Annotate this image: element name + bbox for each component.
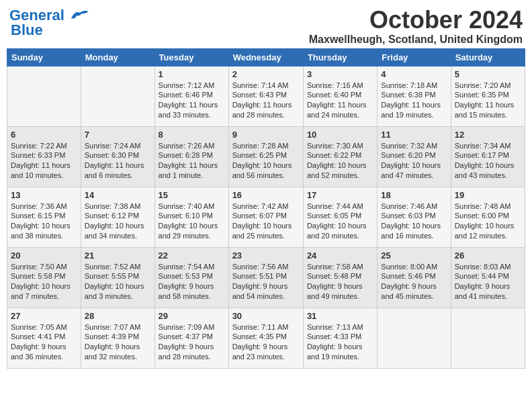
day-cell: 12Sunrise: 7:34 AM Sunset: 6:17 PM Dayli… bbox=[451, 126, 525, 187]
day-number: 17 bbox=[307, 190, 373, 200]
col-header-wednesday: Wednesday bbox=[228, 48, 303, 66]
day-number: 8 bbox=[159, 130, 225, 140]
day-number: 31 bbox=[307, 311, 373, 321]
day-info: Sunrise: 7:44 AM Sunset: 6:05 PM Dayligh… bbox=[307, 201, 373, 241]
day-info: Sunrise: 7:05 AM Sunset: 4:41 PM Dayligh… bbox=[11, 322, 77, 362]
day-info: Sunrise: 7:48 AM Sunset: 6:00 PM Dayligh… bbox=[455, 201, 521, 241]
day-cell: 18Sunrise: 7:46 AM Sunset: 6:03 PM Dayli… bbox=[378, 187, 451, 247]
day-cell: 31Sunrise: 7:13 AM Sunset: 4:33 PM Dayli… bbox=[303, 308, 377, 368]
day-info: Sunrise: 7:12 AM Sunset: 6:46 PM Dayligh… bbox=[159, 81, 225, 120]
day-info: Sunrise: 7:26 AM Sunset: 6:28 PM Dayligh… bbox=[159, 141, 225, 181]
week-row-1: 1Sunrise: 7:12 AM Sunset: 6:46 PM Daylig… bbox=[7, 66, 525, 126]
week-row-4: 20Sunrise: 7:50 AM Sunset: 5:58 PM Dayli… bbox=[7, 247, 525, 308]
day-cell: 21Sunrise: 7:52 AM Sunset: 5:55 PM Dayli… bbox=[81, 247, 154, 308]
col-header-thursday: Thursday bbox=[303, 48, 377, 66]
logo-bird-icon bbox=[70, 9, 90, 24]
day-number: 7 bbox=[85, 130, 151, 140]
page-header: General Blue October 2024 Maxwellheugh, … bbox=[7, 7, 525, 46]
location: Maxwellheugh, Scotland, United Kingdom bbox=[309, 34, 523, 46]
day-cell: 15Sunrise: 7:40 AM Sunset: 6:10 PM Dayli… bbox=[154, 187, 228, 247]
day-info: Sunrise: 7:13 AM Sunset: 4:33 PM Dayligh… bbox=[307, 322, 373, 362]
day-number: 27 bbox=[11, 311, 77, 321]
day-cell: 17Sunrise: 7:44 AM Sunset: 6:05 PM Dayli… bbox=[303, 187, 377, 247]
day-info: Sunrise: 7:07 AM Sunset: 4:39 PM Dayligh… bbox=[85, 322, 151, 362]
day-cell: 1Sunrise: 7:12 AM Sunset: 6:46 PM Daylig… bbox=[154, 66, 228, 126]
day-cell: 16Sunrise: 7:42 AM Sunset: 6:07 PM Dayli… bbox=[228, 187, 303, 247]
day-number: 29 bbox=[159, 311, 225, 321]
col-header-friday: Friday bbox=[378, 48, 451, 66]
week-row-2: 6Sunrise: 7:22 AM Sunset: 6:33 PM Daylig… bbox=[7, 126, 525, 187]
day-number: 13 bbox=[11, 190, 77, 200]
day-number: 5 bbox=[455, 69, 521, 79]
day-number: 9 bbox=[232, 130, 300, 140]
day-info: Sunrise: 7:34 AM Sunset: 6:17 PM Dayligh… bbox=[455, 141, 521, 181]
day-cell: 23Sunrise: 7:56 AM Sunset: 5:51 PM Dayli… bbox=[228, 247, 303, 308]
week-row-5: 27Sunrise: 7:05 AM Sunset: 4:41 PM Dayli… bbox=[7, 308, 525, 368]
day-number: 21 bbox=[85, 250, 151, 261]
day-cell: 2Sunrise: 7:14 AM Sunset: 6:43 PM Daylig… bbox=[228, 66, 303, 126]
day-cell: 24Sunrise: 7:58 AM Sunset: 5:48 PM Dayli… bbox=[303, 247, 377, 308]
day-info: Sunrise: 7:56 AM Sunset: 5:51 PM Dayligh… bbox=[232, 262, 300, 302]
day-number: 6 bbox=[11, 130, 77, 140]
logo-blue: Blue bbox=[9, 21, 43, 39]
day-cell: 26Sunrise: 8:03 AM Sunset: 5:44 PM Dayli… bbox=[451, 247, 525, 308]
day-info: Sunrise: 7:22 AM Sunset: 6:33 PM Dayligh… bbox=[11, 141, 77, 181]
day-number: 25 bbox=[381, 250, 447, 261]
day-info: Sunrise: 7:14 AM Sunset: 6:43 PM Dayligh… bbox=[232, 81, 300, 120]
month-title: October 2024 bbox=[309, 7, 523, 34]
day-number: 20 bbox=[11, 250, 77, 261]
day-info: Sunrise: 7:20 AM Sunset: 6:35 PM Dayligh… bbox=[455, 81, 521, 120]
day-info: Sunrise: 7:50 AM Sunset: 5:58 PM Dayligh… bbox=[11, 262, 77, 302]
col-header-tuesday: Tuesday bbox=[154, 48, 228, 66]
day-cell: 7Sunrise: 7:24 AM Sunset: 6:30 PM Daylig… bbox=[81, 126, 154, 187]
day-cell: 3Sunrise: 7:16 AM Sunset: 6:40 PM Daylig… bbox=[303, 66, 377, 126]
day-number: 30 bbox=[232, 311, 300, 321]
day-cell: 9Sunrise: 7:28 AM Sunset: 6:25 PM Daylig… bbox=[228, 126, 303, 187]
day-cell: 25Sunrise: 8:00 AM Sunset: 5:46 PM Dayli… bbox=[378, 247, 451, 308]
day-cell: 4Sunrise: 7:18 AM Sunset: 6:38 PM Daylig… bbox=[378, 66, 451, 126]
day-info: Sunrise: 7:36 AM Sunset: 6:15 PM Dayligh… bbox=[11, 201, 77, 241]
day-number: 18 bbox=[381, 190, 447, 200]
day-number: 14 bbox=[85, 190, 151, 200]
col-header-sunday: Sunday bbox=[7, 48, 81, 66]
day-number: 23 bbox=[232, 250, 300, 261]
day-number: 15 bbox=[159, 190, 225, 200]
calendar-table: SundayMondayTuesdayWednesdayThursdayFrid… bbox=[7, 48, 525, 369]
day-cell: 5Sunrise: 7:20 AM Sunset: 6:35 PM Daylig… bbox=[451, 66, 525, 126]
day-number: 16 bbox=[232, 190, 300, 200]
day-cell: 19Sunrise: 7:48 AM Sunset: 6:00 PM Dayli… bbox=[451, 187, 525, 247]
day-info: Sunrise: 7:30 AM Sunset: 6:22 PM Dayligh… bbox=[307, 141, 373, 181]
day-cell: 8Sunrise: 7:26 AM Sunset: 6:28 PM Daylig… bbox=[154, 126, 228, 187]
day-cell: 11Sunrise: 7:32 AM Sunset: 6:20 PM Dayli… bbox=[378, 126, 451, 187]
day-info: Sunrise: 7:28 AM Sunset: 6:25 PM Dayligh… bbox=[232, 141, 300, 181]
day-number: 10 bbox=[307, 130, 373, 140]
day-info: Sunrise: 7:42 AM Sunset: 6:07 PM Dayligh… bbox=[232, 201, 300, 241]
day-info: Sunrise: 7:18 AM Sunset: 6:38 PM Dayligh… bbox=[381, 81, 447, 120]
day-cell bbox=[378, 308, 451, 368]
day-info: Sunrise: 7:11 AM Sunset: 4:35 PM Dayligh… bbox=[232, 322, 300, 362]
day-cell: 22Sunrise: 7:54 AM Sunset: 5:53 PM Dayli… bbox=[154, 247, 228, 308]
week-row-3: 13Sunrise: 7:36 AM Sunset: 6:15 PM Dayli… bbox=[7, 187, 525, 247]
day-number: 4 bbox=[381, 69, 447, 79]
day-number: 22 bbox=[159, 250, 225, 261]
day-cell: 27Sunrise: 7:05 AM Sunset: 4:41 PM Dayli… bbox=[7, 308, 81, 368]
col-header-monday: Monday bbox=[81, 48, 154, 66]
day-cell: 13Sunrise: 7:36 AM Sunset: 6:15 PM Dayli… bbox=[7, 187, 81, 247]
day-number: 26 bbox=[455, 250, 521, 261]
day-number: 19 bbox=[455, 190, 521, 200]
day-cell: 28Sunrise: 7:07 AM Sunset: 4:39 PM Dayli… bbox=[81, 308, 154, 368]
day-info: Sunrise: 7:09 AM Sunset: 4:37 PM Dayligh… bbox=[159, 322, 225, 362]
day-cell: 10Sunrise: 7:30 AM Sunset: 6:22 PM Dayli… bbox=[303, 126, 377, 187]
day-cell: 6Sunrise: 7:22 AM Sunset: 6:33 PM Daylig… bbox=[7, 126, 81, 187]
day-cell bbox=[451, 308, 525, 368]
day-info: Sunrise: 8:03 AM Sunset: 5:44 PM Dayligh… bbox=[455, 262, 521, 302]
day-cell bbox=[81, 66, 154, 126]
day-info: Sunrise: 7:58 AM Sunset: 5:48 PM Dayligh… bbox=[307, 262, 373, 302]
day-info: Sunrise: 7:52 AM Sunset: 5:55 PM Dayligh… bbox=[85, 262, 151, 302]
day-number: 3 bbox=[307, 69, 373, 79]
day-info: Sunrise: 7:46 AM Sunset: 6:03 PM Dayligh… bbox=[381, 201, 447, 241]
day-cell bbox=[7, 66, 81, 126]
header-row: SundayMondayTuesdayWednesdayThursdayFrid… bbox=[7, 48, 525, 66]
day-cell: 20Sunrise: 7:50 AM Sunset: 5:58 PM Dayli… bbox=[7, 247, 81, 308]
day-info: Sunrise: 7:54 AM Sunset: 5:53 PM Dayligh… bbox=[159, 262, 225, 302]
